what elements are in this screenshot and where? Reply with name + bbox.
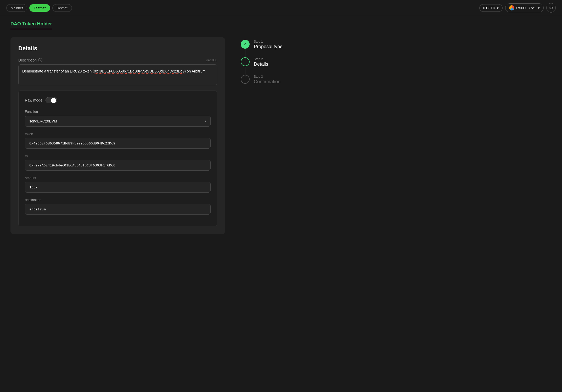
balance-value: 0 CFTD [483,6,495,10]
token-field-group: token [25,132,211,149]
step-1-label: Proposal type [254,44,293,49]
wallet-avatar-icon [509,5,514,10]
step-2-label: Details [254,61,293,67]
raw-mode-row: Raw mode [25,97,211,103]
page-header: DAO Token Holder [0,16,562,29]
toggle-thumb [51,98,56,103]
wallet-chevron-icon: ▾ [538,6,540,10]
token-label: token [25,132,211,136]
step-2-number: Step 2 [254,57,293,61]
description-text-before: Demonstrate a transfer of an ERC20 token… [22,69,94,73]
form-card: Details Description i 97/1000 Demonstrat… [10,37,225,234]
step-3-content: Step 3 Confirmation [254,75,293,85]
token-input[interactable] [25,138,211,149]
raw-mode-card: Raw mode Function sendERC20EVM ▾ token [18,91,217,226]
description-info-icon[interactable]: i [38,58,42,62]
step-2-content: Step 2 Details [254,57,293,67]
settings-button[interactable]: ⚙ [546,3,556,13]
balance-chevron-icon: ▾ [497,6,499,10]
devnet-button[interactable]: Devnet [52,4,72,12]
page-title-section: DAO Token Holder [10,21,552,29]
to-field-group: to [25,154,211,171]
step-1-item: ✓ Step 1 Proposal type [241,40,293,49]
description-text-after: ) on Arbitrum [184,69,205,73]
char-count: 97/1000 [206,58,217,62]
nav-right: 0 CFTD ▾ 0x000...77c1 ▾ ⚙ [479,3,556,13]
step-1-number: Step 1 [254,40,293,43]
amount-input[interactable] [25,182,211,193]
mainnet-button[interactable]: Mainnet [6,4,27,12]
destination-input[interactable] [25,204,211,215]
to-label: to [25,154,211,158]
description-field-header: Description i 97/1000 [18,58,217,62]
step-3-number: Step 3 [254,75,293,79]
to-input[interactable] [25,160,211,171]
top-navigation: Mainnet Testnet Devnet 0 CFTD ▾ 0x000...… [0,0,562,16]
destination-label: destination [25,198,211,202]
step-2-item: Step 2 Details [241,57,293,67]
gear-icon: ⚙ [549,5,553,10]
description-address: 0x49D6EF6B6358671BdB9F59e9DD560dD04Dc23D… [94,69,184,73]
page-title: DAO Token Holder [10,21,52,29]
function-dropdown[interactable]: sendERC20EVM ▾ [25,116,211,127]
wallet-button[interactable]: 0x000...77c1 ▾ [505,3,544,12]
form-card-title: Details [18,45,217,52]
main-layout: Details Description i 97/1000 Demonstrat… [0,29,562,242]
toggle-track[interactable] [46,97,57,103]
raw-mode-toggle[interactable] [46,97,57,103]
function-value: sendERC20EVM [29,119,57,123]
step-3-item: Step 3 Confirmation [241,75,293,85]
description-display[interactable]: Demonstrate a transfer of an ERC20 token… [18,64,217,85]
step-3-circle [241,75,250,84]
function-field-group: Function sendERC20EVM ▾ [25,110,211,127]
step-2-circle [241,57,250,66]
testnet-button[interactable]: Testnet [29,4,50,12]
step-1-content: Step 1 Proposal type [254,40,293,49]
network-selector: Mainnet Testnet Devnet [6,4,72,12]
description-field-group: Description i 97/1000 Demonstrate a tran… [18,58,217,85]
destination-field-group: destination [25,198,211,215]
step-3-label: Confirmation [254,79,293,85]
function-label: Function [25,110,211,114]
function-dropdown-arrow-icon: ▾ [205,119,206,123]
raw-mode-label: Raw mode [25,98,42,102]
steps-sidebar: ✓ Step 1 Proposal type Step 2 Details St… [241,37,293,92]
step-1-circle: ✓ [241,40,250,49]
balance-button[interactable]: 0 CFTD ▾ [479,4,503,12]
amount-label: amount [25,176,211,180]
wallet-address: 0x000...77c1 [516,6,536,10]
description-label: Description i [18,58,42,62]
amount-field-group: amount [25,176,211,193]
